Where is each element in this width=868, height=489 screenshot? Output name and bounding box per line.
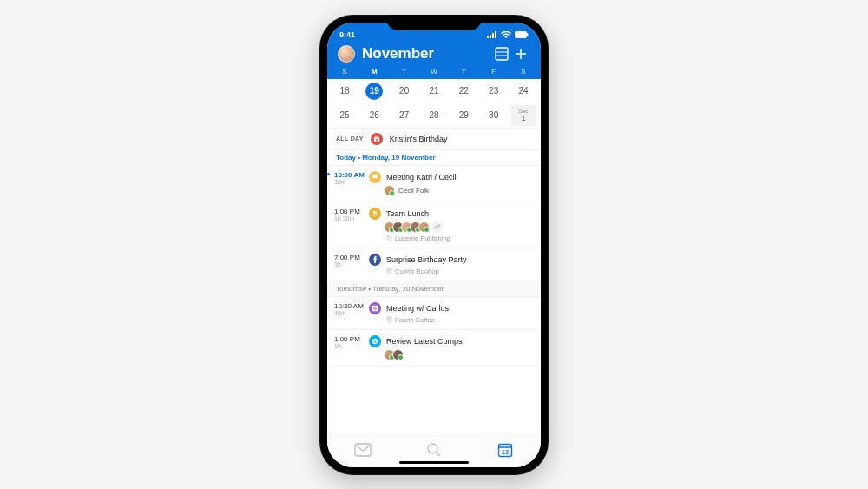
event-duration: 3h	[334, 261, 369, 268]
event-title: Meeting Katri / Cecil	[386, 173, 457, 182]
weekday-label: M	[362, 68, 386, 76]
status-time: 9:41	[339, 30, 355, 39]
signal-icon	[487, 31, 497, 38]
weekday-label: W	[422, 68, 446, 76]
chat-icon	[369, 171, 381, 183]
svg-point-16	[389, 318, 391, 320]
calendar-day[interactable]: 22	[451, 81, 476, 102]
all-day-label: ALL DAY	[336, 135, 364, 142]
event-duration: 45m	[334, 310, 369, 316]
onenote-icon: N	[369, 302, 381, 314]
agenda-event[interactable]: 7:00 PM3hSurprise Birthday PartyColin's …	[327, 248, 541, 281]
attendee-avatar	[392, 349, 404, 360]
screen: 9:41 November	[327, 23, 541, 467]
weekday-label: F	[482, 68, 506, 76]
gift-icon	[371, 133, 383, 145]
agenda-section-header: Tomorrow • Tuesday, 20 November	[327, 281, 541, 297]
agenda-event[interactable]: 1:00 PM1h 30mTeam Lunch+7Lucerne Publish…	[327, 202, 541, 248]
event-location: Lucerne Publishing	[386, 235, 532, 242]
calendar-tab[interactable]: 12	[496, 440, 515, 459]
event-location: Colin's Rooftop	[386, 268, 532, 275]
calendar-day[interactable]: 18	[332, 81, 357, 102]
device-notch	[386, 15, 482, 30]
attendee-row: +7	[386, 221, 532, 233]
pin-icon	[386, 235, 392, 241]
calendar-day[interactable]: 26	[362, 105, 386, 126]
svg-line-21	[437, 453, 440, 456]
svg-rect-0	[515, 31, 527, 38]
add-event-icon[interactable]	[511, 47, 530, 61]
svg-point-10	[375, 135, 377, 137]
event-duration: 1h 30m	[334, 215, 369, 221]
calendar-day[interactable]: 19	[362, 81, 386, 102]
attendee-overflow: +7	[431, 221, 443, 233]
weekday-label: S	[332, 68, 357, 76]
event-title: Review Latest Comps	[386, 337, 463, 346]
pin-icon	[386, 316, 392, 323]
attendee-row: Cecil Folk	[386, 185, 532, 196]
wifi-icon	[501, 31, 511, 38]
event-title: Surprise Birthday Party	[386, 255, 467, 264]
facebook-icon	[369, 254, 381, 266]
event-title: Team Lunch	[386, 209, 429, 218]
attendee-row	[386, 349, 532, 360]
month-title[interactable]: November	[362, 45, 492, 63]
all-day-row[interactable]: ALL DAY Kristin's Birthday	[327, 129, 541, 150]
view-toggle-icon[interactable]	[492, 47, 511, 61]
skype-icon: S	[369, 335, 381, 347]
weekday-label: S	[511, 68, 536, 76]
agenda-section-header: Today • Monday, 19 November	[327, 150, 541, 166]
svg-point-13	[389, 269, 391, 271]
svg-rect-1	[527, 33, 529, 36]
svg-text:N: N	[373, 307, 377, 311]
attendee-avatar	[418, 221, 430, 233]
event-duration: 30m	[334, 179, 369, 185]
weekday-label: T	[392, 68, 417, 76]
calendar-day[interactable]: 20	[392, 81, 417, 102]
event-duration: 1h	[334, 343, 369, 349]
svg-rect-2	[496, 48, 508, 60]
event-title: Meeting w/ Carlos	[386, 304, 449, 313]
agenda-event[interactable]: 10:00 AM30mMeeting Katri / CecilCecil Fo…	[327, 166, 541, 202]
fork-icon	[369, 208, 381, 220]
event-time: 1:00 PM	[334, 208, 369, 215]
phone-frame: 9:41 November	[319, 15, 549, 475]
calendar-day[interactable]: 29	[451, 105, 476, 126]
calendar-header: 9:41 November	[327, 23, 541, 79]
event-time: 10:00 AM	[334, 171, 369, 179]
attendee-name: Cecil Folk	[398, 187, 429, 195]
svg-text:12: 12	[502, 449, 509, 455]
weekday-row: SMTWTFS	[327, 68, 541, 79]
pin-icon	[386, 268, 392, 274]
svg-rect-19	[355, 444, 371, 456]
svg-rect-8	[376, 138, 377, 142]
calendar-day[interactable]: 30	[482, 105, 506, 126]
calendar-day[interactable]: 23	[482, 81, 506, 102]
event-location: Fourth Coffee	[386, 316, 532, 324]
svg-point-20	[428, 444, 437, 453]
svg-point-12	[389, 236, 391, 238]
calendar-day[interactable]: 21	[422, 81, 446, 102]
search-tab[interactable]	[424, 440, 444, 459]
calendar-day[interactable]: Dec1	[511, 105, 536, 126]
attendee-avatar	[384, 185, 395, 196]
profile-avatar[interactable]	[338, 45, 355, 63]
event-time: 10:30 AM	[334, 302, 369, 310]
event-time: 7:00 PM	[334, 254, 369, 261]
month-grid: 18192021222324252627282930Dec1	[327, 79, 541, 128]
event-time: 1:00 PM	[334, 335, 369, 343]
calendar-day[interactable]: 24	[511, 81, 536, 102]
home-indicator[interactable]	[399, 461, 469, 464]
agenda-event[interactable]: 10:30 AM45mNMeeting w/ CarlosFourth Coff…	[327, 297, 541, 330]
calendar-day[interactable]: 27	[392, 105, 417, 126]
all-day-event-title: Kristin's Birthday	[390, 135, 448, 143]
weekday-label: T	[451, 68, 476, 76]
agenda-event[interactable]: 1:00 PM1hSReview Latest Comps	[327, 330, 541, 367]
battery-icon	[515, 31, 529, 38]
svg-point-11	[377, 135, 378, 137]
agenda-list[interactable]: Today • Monday, 19 November10:00 AM30mMe…	[327, 150, 541, 433]
calendar-day[interactable]: 25	[332, 105, 357, 126]
calendar-day[interactable]: 28	[422, 105, 446, 126]
mail-tab[interactable]	[353, 440, 372, 459]
